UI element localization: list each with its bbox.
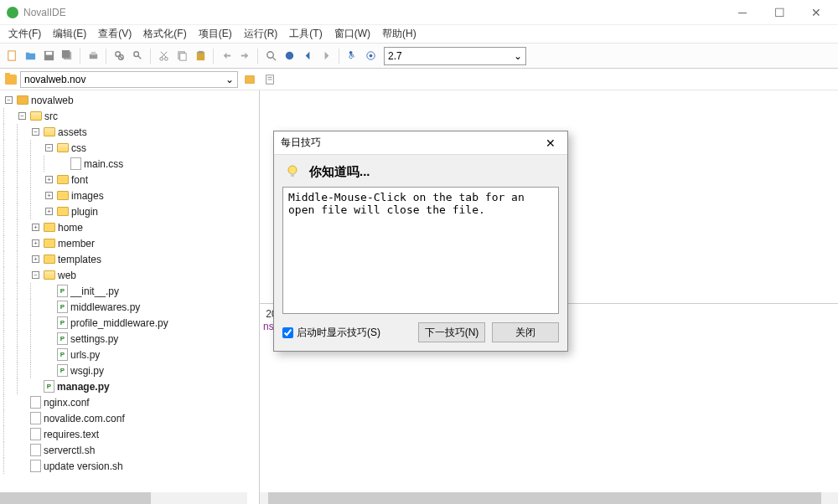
tree-label: plugin — [71, 206, 98, 218]
tree-row[interactable]: +images — [0, 188, 259, 203]
menu-item[interactable]: 工具(T) — [284, 25, 327, 43]
collapse-icon[interactable]: − — [32, 128, 39, 136]
tree-row[interactable]: Pmanage.py — [0, 378, 259, 394]
titlebar: NovalIDE ─ ☐ ✕ — [0, 0, 838, 25]
tree-label: settings.py — [70, 333, 118, 345]
tree-row[interactable]: P__init__.py — [0, 283, 259, 299]
tree-row[interactable]: +plugin — [0, 203, 259, 219]
run-icon[interactable] — [344, 48, 360, 64]
collapse-icon[interactable]: − — [18, 112, 26, 120]
expand-icon[interactable]: + — [32, 224, 39, 231]
file-icon: P — [57, 301, 68, 313]
tree-row[interactable]: Pmiddlewares.py — [0, 299, 259, 315]
svg-rect-4 — [61, 50, 69, 58]
tree-row[interactable]: −novalweb — [0, 92, 259, 108]
current-file-label: novalweb.nov — [24, 74, 85, 85]
project-tree[interactable]: −novalweb−src−assets−cssmain.css+font+im… — [0, 90, 259, 504]
filebar: novalweb.nov ⌄ — [0, 69, 838, 90]
paste-icon[interactable] — [192, 48, 209, 64]
close-tip-button[interactable]: 关闭 — [492, 322, 559, 342]
tree-row[interactable]: requires.text — [0, 426, 259, 442]
copy-icon[interactable] — [173, 48, 190, 64]
maximize-button[interactable]: ☐ — [761, 1, 798, 24]
tree-row[interactable]: +home — [0, 219, 259, 235]
tree-row[interactable]: −web — [0, 267, 259, 283]
tree-row[interactable]: +member — [0, 235, 259, 251]
find-icon[interactable] — [111, 48, 127, 64]
tree-scrollbar-h[interactable] — [0, 492, 247, 504]
tree-row[interactable]: novalide.com.conf — [0, 410, 259, 426]
tree-label: images — [71, 190, 104, 202]
tree-label: home — [58, 222, 83, 234]
show-on-startup-checkbox[interactable]: 启动时显示技巧(S) — [282, 326, 411, 340]
minimize-button[interactable]: ─ — [724, 1, 761, 24]
tree-row[interactable]: +font — [0, 172, 259, 188]
dialog-titlebar[interactable]: 每日技巧 ✕ — [274, 131, 567, 155]
tree-row[interactable]: −assets — [0, 124, 259, 140]
tree-label: profile_middleware.py — [70, 317, 168, 329]
tree-row[interactable]: serverctl.sh — [0, 442, 259, 458]
menu-item[interactable]: 查看(V) — [93, 25, 137, 43]
tree-label: member — [58, 238, 95, 249]
chevron-down-icon: ⌄ — [514, 50, 522, 62]
current-file-select[interactable]: novalweb.nov ⌄ — [20, 71, 238, 88]
print-icon[interactable] — [85, 48, 101, 64]
expand-icon[interactable]: + — [32, 255, 39, 263]
undo-icon[interactable] — [218, 48, 235, 64]
python-version-select[interactable]: 2.7 ⌄ — [384, 47, 526, 65]
menu-item[interactable]: 项目(E) — [194, 25, 237, 43]
tree-row[interactable]: −src — [0, 108, 259, 124]
next-tip-button[interactable]: 下一技巧(N) — [418, 322, 485, 342]
menu-item[interactable]: 帮助(H) — [377, 25, 422, 43]
expand-icon[interactable]: + — [32, 239, 39, 247]
expand-icon[interactable]: + — [45, 176, 53, 183]
tree-label: update version.sh — [44, 460, 123, 472]
expand-icon[interactable]: + — [45, 192, 53, 199]
tree-row[interactable]: nginx.conf — [0, 394, 259, 410]
open-icon[interactable] — [22, 48, 39, 64]
save-all-icon[interactable] — [59, 48, 75, 64]
menu-item[interactable]: 窗口(W) — [329, 25, 375, 43]
svg-line-11 — [137, 56, 141, 59]
debug-icon[interactable] — [362, 48, 379, 64]
back-icon[interactable] — [299, 48, 316, 64]
tree-row[interactable]: −css — [0, 140, 259, 156]
file-icon — [30, 460, 41, 472]
tree-row[interactable]: main.css — [0, 156, 259, 172]
expand-icon[interactable]: + — [45, 208, 53, 215]
save-icon[interactable] — [40, 48, 57, 64]
dialog-heading: 你知道吗... — [309, 164, 370, 180]
stop-icon[interactable] — [281, 48, 297, 64]
collapse-icon[interactable]: − — [45, 144, 53, 152]
tree-row[interactable]: Purls.py — [0, 347, 259, 363]
forward-icon[interactable] — [318, 48, 334, 64]
svg-rect-26 — [246, 75, 255, 83]
collapse-icon[interactable]: − — [5, 96, 13, 104]
tree-row[interactable]: update version.sh — [0, 458, 259, 474]
menu-item[interactable]: 编辑(E) — [48, 25, 91, 43]
tree-row[interactable]: Pprofile_middleware.py — [0, 315, 259, 331]
svg-rect-6 — [91, 52, 96, 55]
menu-item[interactable]: 格式化(F) — [138, 25, 191, 43]
editor-scrollbar-h[interactable] — [260, 492, 838, 504]
zoom-icon[interactable] — [262, 48, 279, 64]
dialog-close-button[interactable]: ✕ — [541, 135, 561, 152]
menu-item[interactable]: 运行(R) — [239, 25, 283, 43]
close-button[interactable]: ✕ — [798, 1, 835, 24]
filebar-button-1[interactable] — [241, 71, 258, 88]
tree-label: font — [71, 174, 88, 186]
menu-item[interactable]: 文件(F) — [3, 25, 46, 43]
cut-icon[interactable] — [155, 48, 172, 64]
new-file-icon[interactable] — [3, 48, 20, 64]
tree-row[interactable]: Psettings.py — [0, 331, 259, 347]
folder-icon — [17, 95, 28, 105]
find-files-icon[interactable] — [129, 48, 146, 64]
tree-row[interactable]: +templates — [0, 251, 259, 267]
tree-row[interactable]: Pwsgi.py — [0, 363, 259, 378]
checkbox-input[interactable] — [282, 327, 293, 338]
tree-label: templates — [58, 254, 101, 265]
redo-icon[interactable] — [236, 48, 253, 64]
filebar-button-2[interactable] — [261, 71, 278, 88]
collapse-icon[interactable]: − — [32, 271, 39, 279]
folder-icon — [57, 175, 69, 184]
